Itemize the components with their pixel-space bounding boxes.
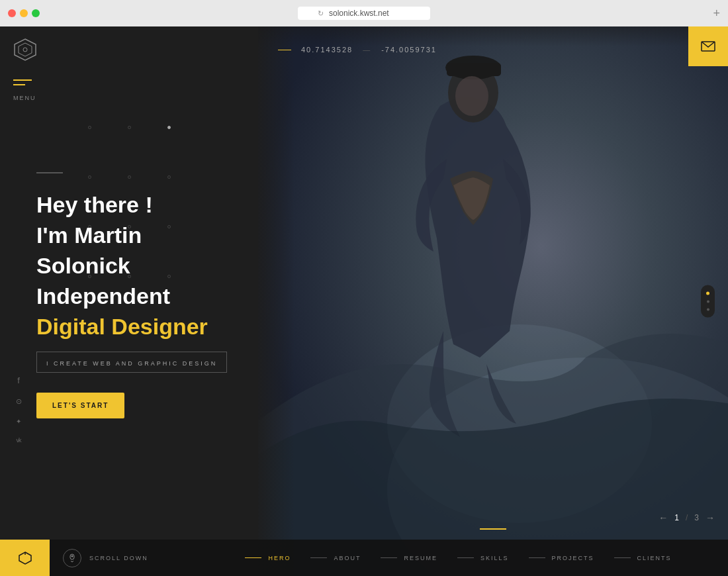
nav-item-hero[interactable]: HERO (235, 555, 300, 561)
nav-item-skills[interactable]: SKILLS (447, 555, 519, 561)
nav-item-about[interactable]: ABOUT (300, 555, 371, 561)
nav-label-projects: PROJECTS (552, 555, 594, 561)
hero-line3-highlight: Digital Designer (36, 314, 208, 339)
nav-label-clients: CLIENTS (637, 555, 672, 561)
hero-title: Hey there ! I'm Martin Solonick Independ… (36, 190, 238, 342)
nav-dot-active[interactable] (706, 292, 709, 295)
svg-point-16 (71, 555, 73, 557)
social-links: f ⊙ ✦ vk (13, 375, 24, 444)
sidebar: MENU (0, 26, 258, 576)
coord-lng: -74.0059731 (381, 46, 437, 54)
svg-marker-0 (15, 39, 36, 60)
nav-label-about: ABOUT (334, 555, 361, 561)
nav-item-projects[interactable]: PROJECTS (519, 555, 604, 561)
nav-dash-clients (614, 557, 631, 558)
maximize-button[interactable] (32, 9, 40, 17)
logo-icon[interactable] (13, 38, 37, 62)
nav-label-resume: RESUME (404, 555, 437, 561)
scroll-down-icon (69, 553, 75, 563)
coord-dash (278, 50, 291, 50)
dot-1-2 (128, 126, 131, 129)
url-text: solonick.kwst.net (329, 9, 389, 18)
facebook-icon[interactable]: f (13, 375, 24, 385)
tagline-box: I CREATE WEB AND GRAPHIC DESIGN (36, 352, 227, 373)
dot-1-3 (167, 126, 171, 129)
instagram-icon[interactable]: ⊙ (13, 397, 24, 406)
photo-background (258, 26, 728, 576)
refresh-icon[interactable]: ↻ (318, 9, 324, 18)
nav-dash-skills (457, 557, 474, 558)
tagline-text: I CREATE WEB AND GRAPHIC DESIGN (46, 360, 217, 367)
nav-dash-hero (245, 557, 261, 558)
nav-dash-about (310, 557, 327, 558)
next-arrow[interactable]: → (705, 512, 715, 523)
prev-arrow[interactable]: ← (659, 512, 668, 523)
page: MENU (0, 26, 728, 576)
divider-line (36, 172, 63, 173)
menu-label: MENU (13, 95, 36, 101)
dot-1-1 (88, 126, 91, 129)
photo-svg (258, 26, 728, 576)
sidebar-top (0, 26, 258, 73)
coord-sep: — (363, 46, 371, 54)
minimize-button[interactable] (20, 9, 28, 17)
nav-dash-resume (381, 557, 397, 558)
share-button[interactable] (0, 540, 50, 576)
new-tab-button[interactable]: + (713, 7, 720, 21)
svg-point-2 (23, 48, 27, 52)
nav-item-resume[interactable]: RESUME (371, 555, 447, 561)
hero-line3-prefix: Independent (36, 283, 170, 309)
main-content: 40.7143528 — -74.0059731 ← (258, 26, 728, 576)
hero-line1: Hey there ! (36, 192, 153, 217)
right-nav (701, 285, 715, 318)
cta-button[interactable]: LET'S START (36, 393, 124, 418)
browser-chrome: ↻ solonick.kwst.net + (0, 0, 728, 26)
bottom-nav: SCROLL DOWN HERO ABOUT RESUME SKILLS PRO… (0, 540, 728, 576)
scroll-down-text: SCROLL DOWN (89, 555, 148, 561)
menu-line-1 (13, 79, 32, 81)
nav-pill (701, 285, 715, 318)
coordinates: 40.7143528 — -74.0059731 (278, 46, 437, 54)
nav-item-clients[interactable]: CLIENTS (604, 555, 682, 561)
email-button[interactable] (688, 26, 728, 66)
pag-separator: / (686, 513, 688, 522)
pag-total: 3 (694, 513, 699, 522)
address-bar[interactable]: ↻ solonick.kwst.net (298, 7, 430, 20)
pag-current: 1 (674, 513, 679, 522)
vk-icon[interactable]: vk (13, 437, 24, 444)
pagination: ← 1 / 3 → (659, 512, 715, 523)
nav-label-hero: HERO (268, 555, 291, 561)
nav-label-skills: SKILLS (480, 555, 509, 561)
menu-line-2 (13, 84, 25, 85)
menu-button[interactable] (13, 79, 245, 85)
nav-dot-2[interactable] (707, 301, 709, 303)
dots-row-1 (40, 126, 218, 129)
hero-content: Hey there ! I'm Martin Solonick Independ… (36, 172, 238, 418)
email-icon (701, 41, 715, 52)
top-header: 40.7143528 — -74.0059731 (258, 26, 728, 73)
scroll-icon-box[interactable] (63, 549, 81, 567)
svg-marker-1 (19, 43, 32, 56)
close-button[interactable] (8, 9, 16, 17)
scroll-down-area: SCROLL DOWN (63, 549, 195, 567)
nav-dot-3[interactable] (707, 309, 709, 311)
nav-dash-projects (529, 557, 545, 558)
nav-items: HERO ABOUT RESUME SKILLS PROJECTS CLIENT… (195, 555, 721, 561)
coord-lat: 40.7143528 (301, 46, 353, 54)
hero-line2: I'm Martin Solonick (36, 222, 142, 278)
twitter-icon[interactable]: ✦ (13, 418, 24, 425)
traffic-lights (8, 9, 40, 17)
bottom-divider (480, 528, 506, 530)
share-icon (18, 551, 32, 565)
